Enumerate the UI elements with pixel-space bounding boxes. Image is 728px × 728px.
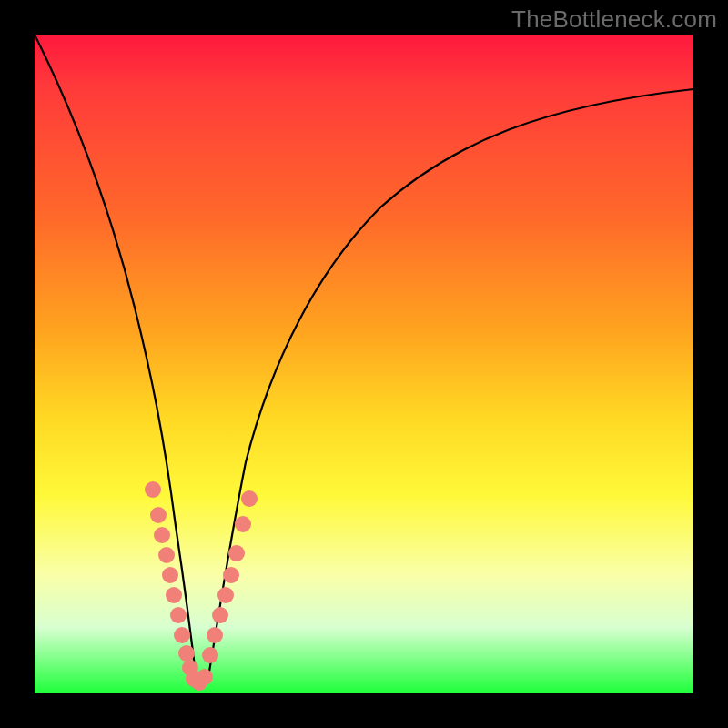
marker [228,545,245,561]
watermark-text: TheBottleneck.com [511,5,717,34]
marker [235,516,251,532]
marker [150,507,167,523]
marker [170,607,187,623]
marker [241,490,258,507]
marker [174,627,190,643]
plot-area [35,35,693,693]
marker [154,527,170,543]
marker-group [145,481,258,691]
marker [212,607,228,623]
marker [223,567,239,583]
marker [217,587,234,603]
marker [178,645,195,662]
marker [162,567,178,583]
chart-frame: TheBottleneck.com [0,0,728,728]
marker [207,627,223,643]
marker [197,669,213,685]
marker [202,647,218,663]
marker [145,481,161,498]
chart-svg [35,35,693,693]
bottleneck-curve [35,35,693,686]
marker [158,547,175,563]
marker [166,587,182,603]
